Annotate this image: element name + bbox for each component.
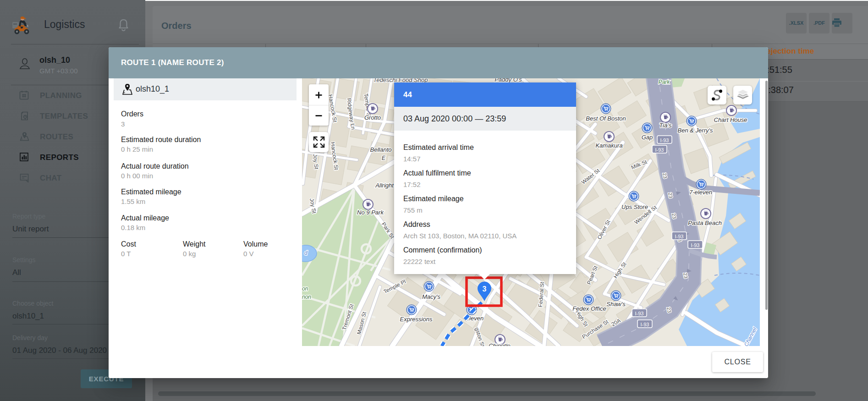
- svg-text:I-93: I-93: [641, 322, 649, 327]
- svg-text:23: 23: [671, 213, 677, 219]
- svg-text:I-93: I-93: [675, 234, 684, 239]
- svg-text:non: non: [302, 294, 311, 300]
- svg-text:I-93: I-93: [660, 137, 669, 143]
- svg-text:E: E: [382, 155, 386, 161]
- svg-text:d: d: [304, 250, 308, 256]
- svg-text:23: 23: [666, 307, 672, 313]
- svg-text:Pasta Beach: Pasta Beach: [688, 220, 722, 226]
- svg-text:3: 3: [483, 285, 487, 293]
- svg-text:I-93: I-93: [691, 242, 700, 248]
- svg-text:on: on: [302, 286, 308, 292]
- svg-text:Ben & Jerry's: Ben & Jerry's: [678, 127, 713, 134]
- svg-text:Shaw's: Shaw's: [606, 301, 626, 308]
- svg-text:Park: Park: [659, 79, 670, 85]
- svg-text:Ups Store: Ups Store: [621, 203, 648, 210]
- svg-text:23: 23: [682, 272, 689, 279]
- svg-text:Kamakura: Kamakura: [595, 142, 622, 149]
- svg-text:Tia's: Tia's: [659, 122, 672, 129]
- svg-text:Chipotle: Chipotle: [489, 342, 511, 346]
- svg-text:I-93: I-93: [635, 311, 644, 316]
- svg-text:Expressions: Expressions: [400, 316, 433, 323]
- svg-text:Fedex Office: Fedex Office: [572, 305, 606, 312]
- svg-text:Best Of Boston: Best Of Boston: [586, 115, 626, 122]
- svg-text:Bellanto: Bellanto: [370, 146, 392, 153]
- svg-text:7-eleven: 7-eleven: [689, 189, 712, 196]
- svg-text:Chart House: Chart House: [714, 116, 747, 123]
- svg-text:Allright: Allright: [375, 182, 394, 189]
- svg-text:Gap: Gap: [642, 134, 653, 141]
- svg-text:Macy's: Macy's: [422, 293, 441, 300]
- svg-text:23: 23: [667, 192, 674, 198]
- svg-text:No 9 Park: No 9 Park: [357, 209, 384, 216]
- svg-text:Grotto: Grotto: [364, 114, 381, 121]
- svg-text:23: 23: [662, 172, 668, 179]
- svg-text:I-93: I-93: [655, 147, 664, 153]
